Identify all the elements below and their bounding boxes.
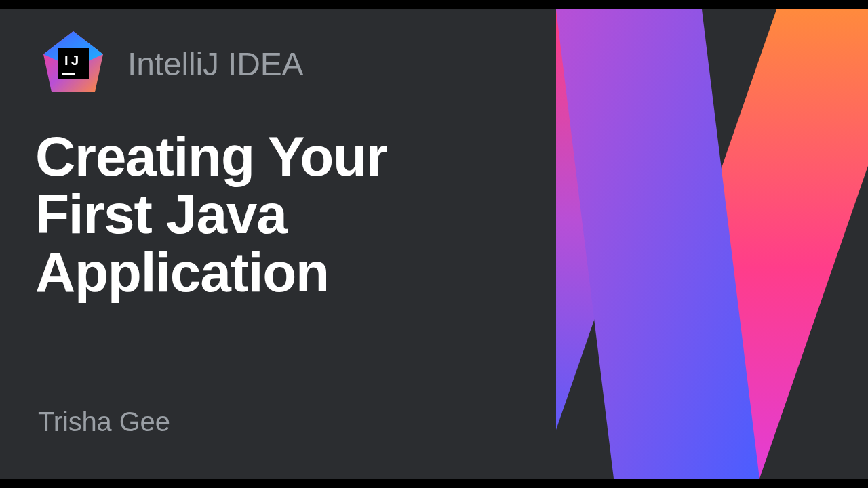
slide-title-line-3: Application xyxy=(35,241,329,303)
header: I J IntelliJ IDEA xyxy=(39,30,303,98)
slide-title-line-1: Creating Your xyxy=(35,125,387,187)
svg-rect-8 xyxy=(62,73,75,75)
title-slide: I J IntelliJ IDEA Creating Your First Ja… xyxy=(0,0,868,488)
product-name: IntelliJ IDEA xyxy=(127,45,303,83)
svg-marker-2 xyxy=(556,9,760,479)
svg-text:I: I xyxy=(64,53,68,68)
svg-text:J: J xyxy=(71,53,79,68)
intellij-logo-icon: I J xyxy=(39,30,107,98)
author-name: Trisha Gee xyxy=(38,407,170,437)
brand-artwork xyxy=(556,9,868,479)
letterbox-bottom xyxy=(0,479,868,488)
slide-title: Creating Your First Java Application xyxy=(35,127,387,301)
slide-title-line-2: First Java xyxy=(35,183,287,245)
letterbox-top xyxy=(0,0,868,9)
